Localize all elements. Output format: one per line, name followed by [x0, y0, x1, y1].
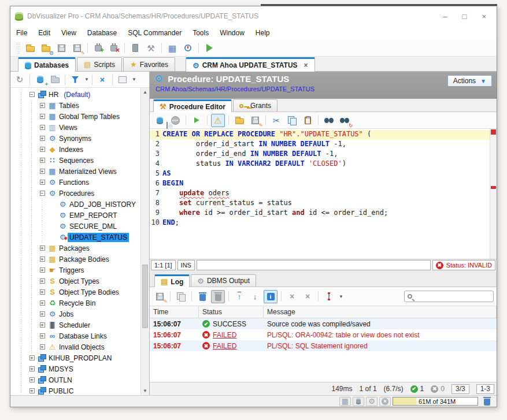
expand-icon[interactable]: + [29, 388, 35, 393]
code-line-8[interactable]: 8 set current_status = status [150, 199, 490, 209]
collapse-icon[interactable]: − [29, 92, 35, 97]
tree-item-materialized-views[interactable]: +▦Materialized Views [10, 166, 140, 177]
expand-icon[interactable]: + [40, 322, 45, 328]
tree-item-jobs[interactable]: +⚙Jobs [10, 309, 140, 319]
close-button[interactable]: × [482, 12, 486, 21]
tab-procedure-editor[interactable]: ⚒ Procedure Editor [153, 99, 232, 112]
error-marker-top[interactable] [491, 129, 496, 135]
tree-item-add-job-history[interactable]: ⚙ADD_JOB_HISTORY [10, 199, 140, 210]
run-bookmark-button[interactable] [202, 42, 216, 55]
collapse-all-log-button[interactable]: × [301, 290, 314, 303]
expander-cell[interactable]: + [27, 366, 37, 371]
tree-item-object-type-bodies[interactable]: +SObject Type Bodies [10, 287, 140, 298]
log-copy-button[interactable] [174, 290, 188, 303]
expand-icon[interactable]: + [40, 333, 45, 339]
close-tab-icon[interactable]: × [304, 61, 308, 69]
tree-item-kihub-prodplan[interactable]: +KIHUB_PRODPLAN [10, 352, 140, 363]
save-as-button[interactable]: ✎ [70, 42, 84, 55]
maximize-button[interactable]: □ [462, 12, 467, 21]
expand-icon[interactable]: + [40, 147, 45, 152]
expand-icon[interactable]: + [40, 344, 45, 350]
code-line-2[interactable]: 2 order_id_start IN NUMBER DEFAULT -1, [150, 140, 490, 150]
tasks-status-button[interactable]: ⚙ [366, 397, 378, 406]
log-row[interactable]: 15:06:07✖FAILEDPL/SQL: SQL Statement ign… [150, 340, 497, 351]
preview-pane-button[interactable] [116, 73, 129, 86]
tree-item-outln[interactable]: +OUTLN [10, 374, 140, 385]
expand-icon[interactable]: + [29, 355, 35, 360]
code-line-7[interactable]: 7 update oders [150, 189, 490, 199]
tree-item-sequences[interactable]: +∷Sequences [10, 155, 140, 166]
load-from-file-button[interactable] [232, 114, 246, 127]
menu-help[interactable]: Help [256, 29, 270, 37]
scroll-up-icon[interactable]: ▲ [143, 88, 147, 96]
expander-cell[interactable]: + [37, 169, 47, 174]
tree-item-invalid-objects[interactable]: +⚠Invalid Objects [10, 341, 140, 352]
expand-icon[interactable]: + [40, 125, 45, 130]
tree-item-public[interactable]: +PUBLIC [10, 385, 140, 395]
menu-file[interactable]: File [16, 29, 27, 37]
expander-cell[interactable]: + [37, 267, 47, 273]
show-errors-button[interactable]: ⚠ [211, 114, 225, 127]
expand-icon[interactable]: + [40, 103, 45, 108]
expand-icon[interactable]: + [40, 300, 45, 306]
cut-button[interactable]: ✂ [269, 114, 283, 127]
expander-cell[interactable]: + [37, 114, 47, 119]
expander-cell[interactable]: + [27, 388, 37, 393]
cancel-status-button[interactable]: × [379, 397, 391, 406]
tree-item-database-links[interactable]: +∞Database Links [10, 330, 140, 341]
tree-item-recycle-bin[interactable]: +♻Recycle Bin [10, 298, 140, 309]
stop-button[interactable]: STOP [168, 114, 182, 127]
tab-grants[interactable]: Grants [233, 99, 277, 111]
tab-log[interactable]: ▤ Log [154, 274, 190, 287]
expand-icon[interactable]: + [40, 311, 45, 317]
connect-button[interactable] [91, 42, 105, 55]
scheduler-clock-button[interactable] [181, 42, 195, 55]
error-marker-line7[interactable] [491, 186, 496, 189]
expand-icon[interactable]: + [40, 169, 45, 174]
find-replace-button[interactable]: ↻ [338, 114, 351, 127]
create-connection-button[interactable]: + [33, 73, 47, 86]
expand-icon[interactable]: + [40, 158, 45, 163]
tree-item-scheduler[interactable]: +Scheduler [10, 319, 140, 330]
expander-cell[interactable]: + [37, 136, 47, 141]
collapse-all-button[interactable]: × [95, 73, 109, 86]
expander-cell[interactable]: + [37, 300, 47, 306]
expand-icon[interactable]: + [40, 180, 45, 185]
tree-item-package-bodies[interactable]: +▦Package Bodies [10, 254, 140, 265]
expander-cell[interactable]: + [27, 377, 37, 382]
expander-cell[interactable]: + [37, 322, 47, 328]
tree-item-functions[interactable]: +⚙Functions [10, 177, 140, 188]
expand-icon[interactable]: + [40, 136, 45, 141]
code-line-1[interactable]: 1CREATE OR REPLACE PROCEDURE "HR"."UPDAT… [150, 130, 490, 140]
tree-scrollbar[interactable]: ▲ ▼ [140, 88, 149, 395]
expand-icon[interactable]: + [29, 377, 35, 382]
tree-item-object-types[interactable]: +SObject Types [10, 276, 140, 287]
grid-status-button[interactable]: ▦ [339, 397, 351, 406]
log-column-status[interactable]: Status [199, 306, 264, 318]
tab-favorites[interactable]: ★Favorites [123, 57, 175, 71]
expand-icon[interactable]: + [40, 278, 45, 284]
tree-item-packages[interactable]: +▦Packages [10, 243, 140, 254]
expander-cell[interactable]: + [37, 158, 47, 163]
log-row[interactable]: 15:06:07✖FAILEDPL/SQL: ORA-00942: table … [150, 329, 497, 340]
title-bar[interactable]: DbVisualizer Pro - CRM Ahoa/Schemas/HR/P… [10, 6, 497, 26]
tab-scripts[interactable]: ▤Scripts [77, 57, 122, 71]
create-folder-button[interactable] [48, 73, 62, 86]
filter-dropdown-icon[interactable]: ▼ [84, 77, 89, 82]
tree-item-update-status[interactable]: ⚙UPDATE_STATUS [10, 232, 140, 243]
log-column-message[interactable]: Message [264, 306, 497, 318]
tree-item-procedures[interactable]: −⚙Procedures [10, 188, 140, 199]
expander-cell[interactable]: + [37, 147, 47, 152]
tree-item-triggers[interactable]: +☛Triggers [10, 265, 140, 276]
log-column-time[interactable]: Time [150, 306, 199, 318]
expander-cell[interactable]: + [37, 311, 47, 317]
tree-item-indexes[interactable]: +◆Indexes [10, 144, 140, 155]
execute-button[interactable] [190, 114, 203, 127]
tool-properties-button[interactable]: ⚒ [144, 42, 158, 55]
tree-item-hr[interactable]: −HR(Default) [10, 89, 140, 100]
code-area[interactable]: 1CREATE OR REPLACE PROCEDURE "HR"."UPDAT… [150, 129, 490, 259]
tree-item-mdsys[interactable]: +MDSYS [10, 363, 140, 374]
log-search-box[interactable] [404, 291, 494, 302]
tree-item-tables[interactable]: +▦Tables [10, 100, 140, 111]
server-info-button[interactable] [128, 42, 142, 55]
